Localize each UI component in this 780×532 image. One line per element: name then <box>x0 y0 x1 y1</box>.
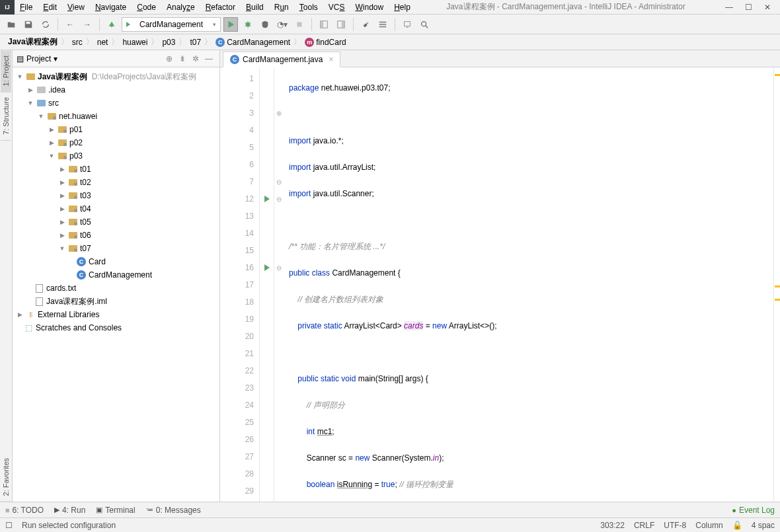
sync-button[interactable] <box>38 17 53 32</box>
run-config-dropdown[interactable]: CardManagement <box>122 17 221 32</box>
tree-t01[interactable]: ▶t01 <box>13 163 219 176</box>
tree-t04[interactable]: ▶t04 <box>13 202 219 215</box>
structure-button[interactable] <box>375 17 390 32</box>
tab-favorites[interactable]: 2: Favorites <box>1 453 11 502</box>
crumb-p03[interactable]: p03 <box>159 38 178 47</box>
breadcrumb-bar: Java课程案例〉 src〉 net〉 huawei〉 p03〉 t07〉 CC… <box>0 34 780 50</box>
tab-run[interactable]: ▶ 4: Run <box>54 506 85 515</box>
svg-rect-1 <box>297 22 302 26</box>
tree-iml[interactable]: Java课程案例.iml <box>13 295 219 308</box>
gear-icon[interactable]: ✲ <box>189 54 202 63</box>
bottom-toolbar: ≡ 6: TODO ▶ 4: Run ▣ Terminal ≔ 0: Messa… <box>0 502 780 517</box>
titlebar: IJ File Edit View Navigate Code Analyze … <box>0 0 780 15</box>
back-button[interactable]: ← <box>63 17 77 32</box>
tree-t06[interactable]: ▶t06 <box>13 229 219 242</box>
left-toolstrip: 1: Project 7: Structure 2: Favorites <box>0 50 13 502</box>
code-content[interactable]: package net.huawei.p03.t07; import java.… <box>284 67 773 502</box>
menu-file[interactable]: File <box>15 1 38 14</box>
stop-button[interactable] <box>292 17 307 32</box>
menu-refactor[interactable]: Refactor <box>200 1 241 14</box>
crumb-method[interactable]: mfindCard <box>302 38 348 47</box>
run-main-icon[interactable] <box>264 264 270 271</box>
menu-view[interactable]: View <box>62 1 90 14</box>
status-encoding[interactable]: UTF-8 <box>664 521 686 530</box>
status-linesep[interactable]: CRLF <box>634 521 654 530</box>
maximize-button[interactable]: ☐ <box>745 3 752 12</box>
tree-cardstxt[interactable]: cards.txt <box>13 282 219 295</box>
menu-tools[interactable]: Tools <box>294 1 323 14</box>
debug-button[interactable] <box>241 17 255 32</box>
menu-run[interactable]: Run <box>269 1 294 14</box>
avd-button[interactable] <box>400 17 414 32</box>
status-icon[interactable]: ☐ <box>5 521 13 530</box>
save-button[interactable] <box>21 17 36 32</box>
crumb-src[interactable]: src <box>69 38 85 47</box>
tree-extlib[interactable]: ▶⫴External Libraries <box>13 308 219 321</box>
status-column[interactable]: Column <box>695 521 722 530</box>
svg-rect-5 <box>342 20 344 28</box>
tree-p02[interactable]: ▶p02 <box>13 136 219 149</box>
tree-idea[interactable]: ▶.idea <box>13 83 219 96</box>
editor-tab[interactable]: CCardManagement.java× <box>223 52 340 67</box>
menu-build[interactable]: Build <box>241 1 269 14</box>
app-logo: IJ <box>0 0 15 15</box>
profile-button[interactable]: ◔▾ <box>275 17 290 32</box>
close-button[interactable]: ✕ <box>764 3 771 12</box>
tree-t03[interactable]: ▶t03 <box>13 189 219 202</box>
fold-gutter[interactable]: ⊕ ⊖⊖ ⊖ <box>274 67 284 502</box>
locate-icon[interactable]: ⊕ <box>163 54 176 63</box>
menu-code[interactable]: Code <box>132 1 161 14</box>
menu-edit[interactable]: Edit <box>38 1 62 14</box>
crumb-t07[interactable]: t07 <box>187 38 204 47</box>
menu-window[interactable]: Window <box>350 1 389 14</box>
tab-todo[interactable]: ≡ 6: TODO <box>5 506 44 515</box>
status-indent[interactable]: 4 spac <box>752 521 775 530</box>
coverage-button[interactable] <box>258 17 272 32</box>
crumb-huawei[interactable]: huawei <box>120 38 150 47</box>
lock-icon[interactable]: 🔓 <box>732 521 742 530</box>
tree-src[interactable]: ▼src <box>13 96 219 110</box>
menu-help[interactable]: Help <box>389 1 416 14</box>
build-button[interactable] <box>104 17 119 32</box>
search-button[interactable] <box>417 17 432 32</box>
run-button[interactable] <box>223 17 238 32</box>
tab-project[interactable]: 1: Project <box>1 50 11 92</box>
crumb-class[interactable]: CCardManagement <box>213 38 293 47</box>
tree-p03[interactable]: ▼p03 <box>13 149 219 163</box>
event-log[interactable]: ● Event Log <box>732 506 775 515</box>
hide-icon[interactable]: — <box>202 54 215 63</box>
open-button[interactable] <box>4 17 19 32</box>
menu-vcs[interactable]: VCS <box>323 1 350 14</box>
menu-navigate[interactable]: Navigate <box>90 1 132 14</box>
tree-t07[interactable]: ▼t07 <box>13 242 219 255</box>
menubar: File Edit View Navigate Code Analyze Ref… <box>15 1 416 14</box>
tree-root[interactable]: ▼Java课程案例D:\IdeaProjects\Java课程案例 <box>13 70 219 83</box>
tree-pkg[interactable]: ▼net.huawei <box>13 110 219 123</box>
forward-button[interactable]: → <box>80 17 95 32</box>
tab-terminal[interactable]: ▣ Terminal <box>96 506 135 515</box>
tree-t02[interactable]: ▶t02 <box>13 176 219 189</box>
run-gutter[interactable] <box>260 67 274 502</box>
line-gutter[interactable]: 123 456 71213 141516 171819 202122 23242… <box>220 67 260 502</box>
tree-cardmgmt[interactable]: CCardManagement <box>13 268 219 282</box>
error-stripe[interactable] <box>773 67 780 502</box>
collapse-icon[interactable]: ⇟ <box>176 54 189 63</box>
tree-card[interactable]: CCard <box>13 255 219 268</box>
crumb-net[interactable]: net <box>95 38 111 47</box>
tab-structure[interactable]: 7: Structure <box>1 92 11 141</box>
crumb-project[interactable]: Java课程案例 <box>5 36 60 48</box>
tree-scratch[interactable]: ⬚Scratches and Consoles <box>13 321 219 334</box>
project-pane-title[interactable]: ▤ Project ▾ <box>17 54 58 63</box>
tab-messages[interactable]: ≔ 0: Messages <box>146 506 201 515</box>
layout1-button[interactable] <box>317 17 331 32</box>
settings-button[interactable] <box>358 17 373 32</box>
menu-analyze[interactable]: Analyze <box>161 1 200 14</box>
tree-t05[interactable]: ▶t05 <box>13 215 219 229</box>
tree-p01[interactable]: ▶p01 <box>13 123 219 136</box>
run-class-icon[interactable] <box>264 196 270 202</box>
project-tree[interactable]: ▼Java课程案例D:\IdeaProjects\Java课程案例 ▶.idea… <box>13 67 219 502</box>
status-position[interactable]: 303:22 <box>600 521 625 530</box>
close-tab-icon[interactable]: × <box>329 55 333 64</box>
layout2-button[interactable] <box>334 17 348 32</box>
minimize-button[interactable]: — <box>725 3 733 12</box>
